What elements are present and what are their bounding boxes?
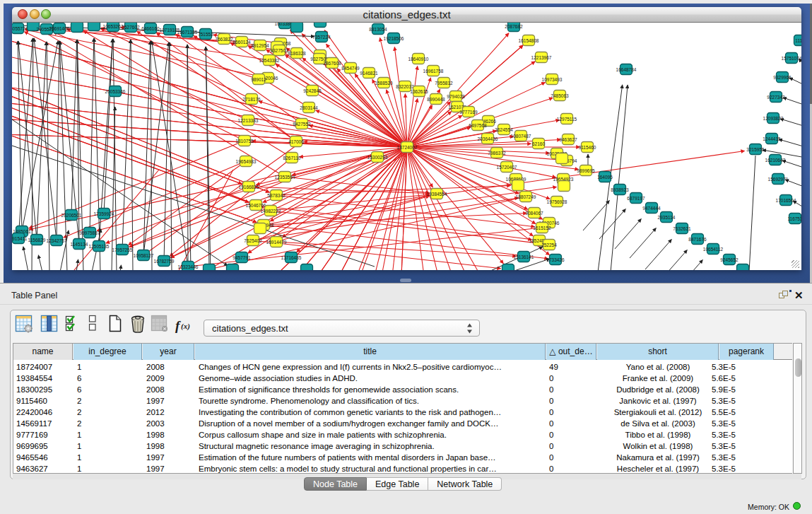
- svg-text:17957255: 17957255: [112, 247, 133, 252]
- svg-text:8267110: 8267110: [283, 156, 301, 160]
- svg-text:12505135: 12505135: [89, 244, 110, 249]
- svg-text:20364436: 20364436: [478, 136, 498, 141]
- svg-text:8322037: 8322037: [396, 84, 414, 89]
- svg-text:1810755: 1810755: [235, 139, 254, 144]
- svg-text:16648784: 16648784: [616, 67, 637, 72]
- svg-text:2935114: 2935114: [658, 215, 676, 220]
- svg-text:6466160: 6466160: [141, 26, 160, 31]
- svg-text:7625402: 7625402: [244, 238, 262, 243]
- svg-text:1112: 1112: [795, 38, 801, 43]
- svg-text:12323446: 12323446: [178, 264, 199, 269]
- svg-text:1156829: 1156829: [28, 238, 46, 243]
- svg-text:19218506: 19218506: [384, 36, 404, 41]
- svg-text:15136141: 15136141: [514, 255, 534, 259]
- svg-text:8471676: 8471676: [688, 237, 707, 242]
- svg-text:6879197: 6879197: [627, 196, 645, 201]
- svg-text:9777169: 9777169: [459, 110, 478, 115]
- svg-text:1615152: 1615152: [533, 226, 551, 230]
- svg-text:19166825: 19166825: [239, 185, 259, 189]
- svg-text:9899695: 9899695: [577, 168, 595, 173]
- svg-text:164095: 164095: [597, 175, 613, 180]
- svg-text:10543382: 10543382: [259, 58, 280, 63]
- svg-text:9245652: 9245652: [720, 257, 739, 262]
- svg-text:7663822: 7663822: [215, 37, 233, 42]
- svg-text:20053346: 20053346: [105, 89, 126, 94]
- svg-text:15720407: 15720407: [497, 165, 517, 170]
- svg-text:5878342: 5878342: [267, 193, 286, 198]
- svg-text:17016504: 17016504: [776, 198, 796, 203]
- svg-text:116753: 116753: [787, 216, 801, 221]
- svg-text:9242845: 9242845: [303, 88, 322, 93]
- svg-text:12342757: 12342757: [47, 238, 67, 243]
- svg-text:8990448: 8990448: [427, 97, 445, 102]
- svg-text:12213967: 12213967: [531, 55, 552, 60]
- svg-text:7986372: 7986372: [488, 151, 506, 156]
- svg-text:20691406: 20691406: [49, 26, 70, 31]
- svg-text:7955812: 7955812: [435, 81, 453, 86]
- svg-text:3915411: 3915411: [12, 236, 28, 241]
- svg-text:1244415: 1244415: [763, 136, 781, 141]
- svg-text:15751074: 15751074: [782, 56, 801, 61]
- svg-text:12975115: 12975115: [557, 117, 577, 122]
- svg-text:17359924: 17359924: [94, 211, 114, 216]
- svg-text:15692971: 15692971: [768, 177, 789, 182]
- svg-text:19756928: 19756928: [547, 199, 567, 204]
- svg-text:19384554: 19384554: [427, 192, 447, 197]
- svg-text:8813054: 8813054: [369, 27, 387, 32]
- svg-text:12213383: 12213383: [238, 118, 259, 123]
- svg-text:10973493: 10973493: [542, 77, 563, 82]
- svg-text:9115460: 9115460: [579, 145, 596, 150]
- svg-text:9463627: 9463627: [559, 137, 577, 142]
- svg-text:16961758: 16961758: [423, 69, 444, 74]
- svg-text:8938923: 8938923: [611, 187, 629, 192]
- svg-text:1527602: 1527602: [122, 25, 140, 30]
- svg-text:2803144: 2803144: [300, 105, 318, 110]
- svg-text:2087682: 2087682: [505, 24, 523, 29]
- svg-text:20206501: 20206501: [61, 213, 82, 218]
- svg-text:10958127: 10958127: [134, 253, 154, 258]
- svg-text:15914479: 15914479: [266, 240, 287, 245]
- svg-text:8660124: 8660124: [233, 40, 251, 45]
- svg-text:9327503: 9327503: [270, 48, 288, 53]
- svg-text:1588520: 1588520: [375, 81, 393, 86]
- svg-text:6497568: 6497568: [469, 123, 487, 128]
- svg-text:18640910: 18640910: [408, 57, 429, 62]
- svg-text:7632621: 7632621: [673, 226, 691, 231]
- svg-text:10654112: 10654112: [703, 247, 724, 252]
- svg-text:9146821: 9146821: [360, 71, 378, 76]
- svg-text:751552: 751552: [198, 32, 213, 37]
- svg-text:9794028: 9794028: [447, 94, 465, 99]
- svg-text:1733426: 1733426: [546, 257, 565, 262]
- svg-text:16671385: 16671385: [177, 30, 198, 35]
- svg-text:62160: 62160: [532, 141, 545, 146]
- svg-text:3624554: 3624554: [495, 127, 513, 132]
- svg-text:9474444: 9474444: [642, 206, 661, 211]
- svg-text:7485063: 7485063: [551, 93, 569, 98]
- svg-text:1145134: 1145134: [71, 242, 88, 247]
- svg-text:9329966: 9329966: [773, 75, 792, 80]
- svg-text:10807487: 10807487: [511, 134, 531, 139]
- svg-text:3215955: 3215955: [746, 147, 765, 152]
- svg-text:9227342: 9227342: [767, 95, 785, 100]
- svg-text:8454749: 8454749: [341, 66, 360, 71]
- svg-text:8427552: 8427552: [293, 122, 311, 127]
- svg-text:1362615: 1362615: [410, 89, 428, 94]
- svg-text:12093822: 12093822: [763, 116, 784, 121]
- svg-text:(x): (x): [181, 322, 190, 331]
- svg-text:252254: 252254: [541, 243, 557, 247]
- svg-text:7357224: 7357224: [312, 35, 331, 40]
- svg-text:15046766: 15046766: [246, 203, 266, 208]
- svg-text:18724007: 18724007: [397, 145, 418, 150]
- svg-text:15300293: 15300293: [367, 155, 388, 160]
- svg-text:9457791: 9457791: [233, 255, 251, 260]
- svg-text:989012: 989012: [251, 77, 266, 82]
- svg-text:18807249: 18807249: [516, 194, 536, 199]
- svg-text:19654983: 19654983: [236, 159, 257, 164]
- svg-text:16782759: 16782759: [154, 259, 175, 264]
- svg-text:8186328: 8186328: [288, 51, 306, 56]
- svg-text:16210643: 16210643: [765, 158, 786, 163]
- svg-text:14982222: 14982222: [261, 209, 281, 214]
- svg-text:10653267: 10653267: [103, 24, 124, 29]
- svg-text:417006: 417006: [288, 139, 304, 144]
- svg-text:99975887: 99975887: [80, 230, 100, 235]
